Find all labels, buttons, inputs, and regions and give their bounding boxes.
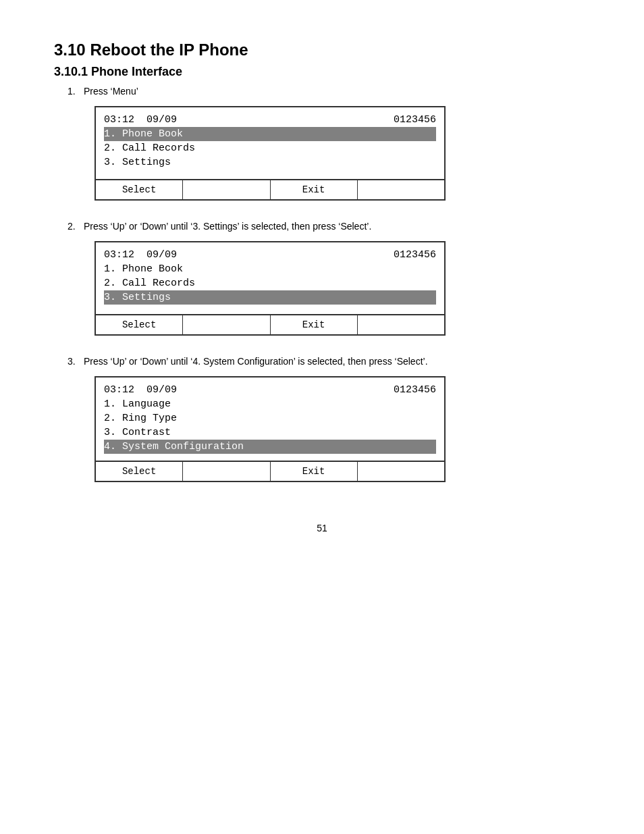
screen-btn-empty-1 <box>183 315 270 334</box>
screen-btn-select[interactable]: Select <box>96 180 183 199</box>
status-ext: 0123456 <box>394 384 436 396</box>
screen-btn-exit[interactable]: Exit <box>271 180 358 199</box>
step-2-label: 2. Press ‘Up’ or ‘Down’ until ‘3. Settin… <box>68 221 590 232</box>
screen-btn-empty-3 <box>358 315 444 334</box>
screen-btn-empty-1 <box>183 462 270 481</box>
sub-title: 3.10.1 Phone Interface <box>54 65 590 79</box>
screen-btn-select[interactable]: Select <box>96 462 183 481</box>
menu-row-2: 3. Contrast <box>104 425 436 440</box>
step-2: 2. Press ‘Up’ or ‘Down’ until ‘3. Settin… <box>54 221 590 336</box>
menu-row-3: 4. System Configuration <box>104 440 436 454</box>
status-bar: 03:12 09/090123456 <box>104 248 436 262</box>
status-time: 03:12 09/09 <box>104 384 177 396</box>
menu-row-1: 2. Call Records <box>104 141 436 155</box>
menu-row-0: 1. Phone Book <box>104 262 436 276</box>
menu-row-0: 1. Language <box>104 397 436 411</box>
phone-screen-2: 03:12 09/0901234561. Phone Book2. Call R… <box>95 241 446 336</box>
phone-screen-1: 03:12 09/0901234561. Phone Book2. Call R… <box>95 106 446 201</box>
screen-buttons: SelectExit <box>96 314 444 334</box>
screen-btn-empty-1 <box>183 180 270 199</box>
screen-buttons: SelectExit <box>96 179 444 199</box>
menu-row-1: 2. Call Records <box>104 276 436 290</box>
status-bar: 03:12 09/090123456 <box>104 113 436 127</box>
phone-screen-3: 03:12 09/0901234561. Language2. Ring Typ… <box>95 376 446 482</box>
menu-row-3 <box>104 305 436 307</box>
menu-row-1: 2. Ring Type <box>104 411 436 425</box>
step-number: 3. <box>68 356 81 367</box>
page-number: 51 <box>54 523 590 533</box>
screen-buttons: SelectExit <box>96 461 444 481</box>
status-time: 03:12 09/09 <box>104 114 177 126</box>
step-1-label: 1. Press ‘Menu’ <box>68 86 590 97</box>
menu-row-0: 1. Phone Book <box>104 127 436 141</box>
menu-row-2: 3. Settings <box>104 290 436 305</box>
status-bar: 03:12 09/090123456 <box>104 383 436 397</box>
screen-btn-exit[interactable]: Exit <box>271 315 358 334</box>
screen-btn-exit[interactable]: Exit <box>271 462 358 481</box>
step-number: 1. <box>68 86 81 97</box>
steps-container: 1. Press ‘Menu’03:12 09/0901234561. Phon… <box>54 86 590 482</box>
status-time: 03:12 09/09 <box>104 249 177 261</box>
section-title: 3.10 Reboot the IP Phone <box>54 41 590 59</box>
status-ext: 0123456 <box>394 249 436 261</box>
step-number: 2. <box>68 221 81 232</box>
step-3: 3. Press ‘Up’ or ‘Down’ until ‘4. System… <box>54 356 590 482</box>
screen-btn-empty-3 <box>358 180 444 199</box>
step-1: 1. Press ‘Menu’03:12 09/0901234561. Phon… <box>54 86 590 201</box>
menu-row-2: 3. Settings <box>104 155 436 170</box>
screen-btn-empty-3 <box>358 462 444 481</box>
status-ext: 0123456 <box>394 114 436 126</box>
menu-row-3 <box>104 170 436 172</box>
step-3-label: 3. Press ‘Up’ or ‘Down’ until ‘4. System… <box>68 356 590 367</box>
screen-btn-select[interactable]: Select <box>96 315 183 334</box>
